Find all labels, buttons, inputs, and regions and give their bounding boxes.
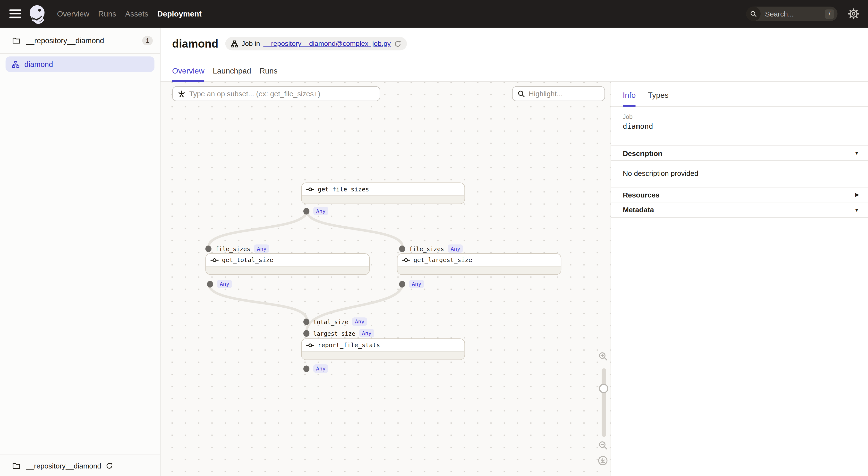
input-port-largest-size: largest_size Any [303,329,374,337]
search-icon [746,6,761,21]
type-badge[interactable]: Any [448,244,463,252]
op-node-report-file-stats[interactable]: report_file_stats [301,338,465,360]
port-icon [399,281,405,287]
graph-edges [160,82,611,476]
type-badge[interactable]: Any [313,207,328,215]
op-subset-input[interactable] [189,90,375,98]
folder-icon [12,36,21,44]
job-breadcrumb-pill: Job in __repository__diamond@complex_job… [225,37,407,50]
type-badge[interactable]: Any [359,329,374,337]
job-field-label: Job [623,113,856,120]
nav-item-runs[interactable]: Runs [98,9,116,18]
job-summary: Job diamond [611,107,868,131]
op-name: get_largest_size [413,256,472,264]
page-title: diamond [172,37,218,50]
sidebar-item-label: diamond [24,60,53,68]
caret-down-icon: ▼ [854,207,859,213]
section-metadata[interactable]: Metadata ▼ [611,202,868,218]
op-icon [402,258,410,263]
op-name: get_file_sizes [318,185,369,193]
job-graph-icon [12,61,20,68]
main-content: diamond Job in __repository__diamond@com… [160,28,868,476]
input-port-total-size: total_size Any [303,317,367,326]
tab-types[interactable]: Types [648,91,669,107]
op-graph-canvas[interactable]: get_file_sizes Any file_sizes Any [160,82,611,476]
type-badge[interactable]: Any [217,280,232,288]
type-badge[interactable]: Any [313,364,328,373]
op-subset-filter[interactable] [172,87,380,101]
page-tabs: Overview Launchpad Runs [172,66,278,82]
section-resources[interactable]: Resources ▶ [611,187,868,202]
info-panel-tabs: Info Types [611,82,868,107]
nav-item-overview[interactable]: Overview [57,9,89,18]
type-badge[interactable]: Any [352,317,367,326]
port-icon [303,208,309,214]
port-label: largest_size [313,330,355,337]
op-icon [210,258,219,263]
folder-icon [12,462,21,470]
gear-icon[interactable] [848,8,859,20]
dagster-logo-icon[interactable] [28,4,48,24]
edge-gettotalsize-to-report [209,283,307,319]
edge-getfilesizes-to-getlargestsize [307,211,402,246]
tab-overview[interactable]: Overview [172,66,205,82]
tab-info[interactable]: Info [623,91,636,107]
sidebar-footer: __repository__diamond [0,455,160,476]
section-description[interactable]: Description ▼ [611,145,868,161]
port-icon [207,281,213,287]
port-icon [206,245,212,252]
reload-icon[interactable] [106,462,113,469]
footer-repository-name: __repository__diamond [26,462,101,470]
job-graph-icon [231,40,238,47]
primary-nav: Overview Runs Assets Deployment [57,0,202,28]
hamburger-menu-icon[interactable] [9,9,21,18]
page-header: diamond Job in __repository__diamond@com… [160,28,868,82]
highlight-filter[interactable] [512,87,605,101]
refresh-icon[interactable] [394,40,401,47]
output-port-report-file-stats: Any [303,364,328,373]
op-node-get-file-sizes[interactable]: get_file_sizes [301,182,465,204]
nav-item-assets[interactable]: Assets [125,9,148,18]
op-node-get-total-size[interactable]: get_total_size [206,253,370,275]
zoom-slider-handle[interactable] [599,384,609,393]
op-node-body [302,351,464,359]
magnifier-icon [518,90,525,98]
output-port-get-file-sizes: Any [303,207,328,215]
caret-down-icon: ▼ [854,150,859,156]
highlight-input[interactable] [529,90,611,98]
caret-right-icon: ▶ [856,192,859,198]
nav-item-deployment[interactable]: Deployment [157,9,202,18]
op-node-body [398,266,561,274]
info-sections: Description ▼ No description provided Re… [611,145,868,218]
port-icon [303,365,309,372]
type-badge[interactable]: Any [409,280,424,288]
input-port-file-sizes-left: file_sizes Any [206,244,269,252]
output-port-get-largest-size: Any [399,280,424,288]
edge-getfilesizes-to-gettotalsize [209,211,307,246]
port-label: file_sizes [215,245,250,252]
global-search[interactable]: / [746,6,837,21]
port-icon [399,245,405,252]
app-window: Overview Runs Assets Deployment / [0,0,868,476]
op-name: get_total_size [222,256,273,264]
job-file-link[interactable]: __repository__diamond@complex_job.py [263,40,391,47]
description-body: No description provided [611,161,868,187]
output-port-get-total-size: Any [207,280,232,288]
op-node-body [206,266,369,274]
tab-launchpad[interactable]: Launchpad [213,66,251,82]
zoom-slider-track[interactable] [602,368,606,437]
zoom-out-icon[interactable] [598,441,608,452]
sidebar-item-diamond[interactable]: diamond [6,56,154,72]
top-nav: Overview Runs Assets Deployment / [0,0,868,28]
port-label: file_sizes [409,245,444,252]
type-badge[interactable]: Any [254,244,269,252]
repository-name: __repository__diamond [26,36,104,44]
tab-runs[interactable]: Runs [259,66,278,82]
op-node-get-largest-size[interactable]: get_largest_size [397,253,561,275]
download-icon[interactable] [598,455,608,468]
info-side-panel: Info Types Job diamond Description ▼ No … [611,82,868,476]
zoom-in-icon[interactable] [598,352,608,364]
search-input[interactable] [765,10,814,18]
repository-header[interactable]: __repository__diamond 1 [0,28,160,54]
job-field-value: diamond [623,122,856,131]
